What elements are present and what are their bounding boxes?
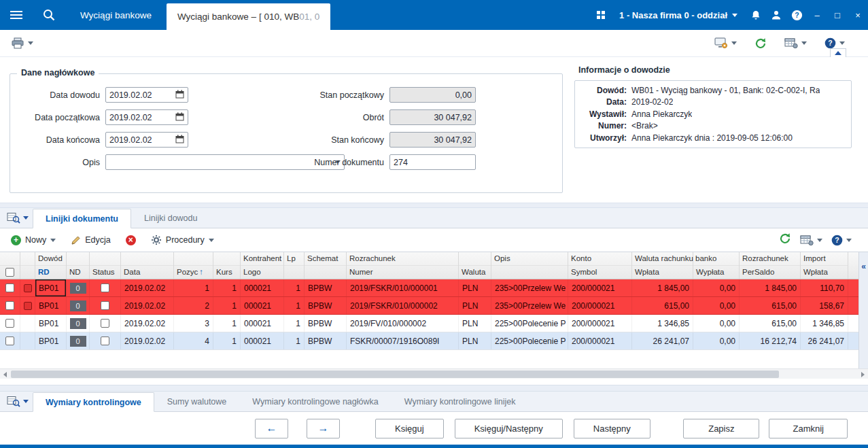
ksieguj-button[interactable]: Księguj	[375, 419, 444, 438]
grid-settings-button[interactable]	[800, 235, 822, 246]
grid-column-header[interactable]	[20, 252, 35, 279]
cell-symbol: 200/000021	[568, 279, 632, 296]
panel-splitter[interactable]	[0, 385, 868, 392]
tab-linijki-dokumentu[interactable]: Linijki dokumentu	[33, 209, 131, 228]
table-row[interactable]: BP0102019.02.02210000211BPBW2019/FSKR/01…	[0, 297, 868, 315]
grid-column-header[interactable]: Status	[90, 252, 121, 279]
cell-lp: 1	[284, 297, 305, 314]
tab-sumy-walutowe[interactable]: Sumy walutowe	[154, 392, 240, 411]
nowy-button[interactable]: + Nowy	[5, 232, 61, 248]
tab-wymiary-naglowka[interactable]: Wymiary kontrolingowe nagłówka	[239, 392, 391, 411]
minimize-button[interactable]: –	[807, 10, 827, 20]
row-checkbox[interactable]	[5, 283, 14, 292]
grid-column-header[interactable]: Lp	[284, 252, 305, 279]
bottom-filter-button[interactable]	[4, 396, 33, 407]
tab-linijki-dowodu[interactable]: Linijki dowodu	[131, 208, 211, 228]
cell-data: 2019.02.02	[121, 315, 174, 332]
cell-persaldo: 16 212,74	[740, 332, 801, 349]
status-checkbox[interactable]	[101, 337, 109, 345]
topbar-tab-active[interactable]: Wyciągi bankowe – [ 010, WB01, 0	[167, 3, 330, 30]
grid-column-header[interactable]: Opis	[491, 252, 568, 279]
topbar-help-button[interactable]: ?	[786, 10, 807, 21]
table-row[interactable]: BP0102019.02.02310000211BPBW2019/FV/010/…	[0, 315, 868, 332]
print-button[interactable]	[7, 35, 37, 52]
view-settings-button[interactable]	[710, 35, 741, 52]
grid-column-header[interactable]: ImportWpłata	[801, 252, 848, 279]
company-selector[interactable]: 1 - Nasza firma 0 - oddział	[611, 10, 746, 20]
collapse-header-button[interactable]	[830, 48, 846, 57]
info-row: Numer:<Brak>	[580, 120, 846, 133]
table-toolbar: + Nowy Edycja × Procedury ?	[0, 228, 868, 252]
scroll-right-button[interactable]	[858, 369, 868, 379]
grid-filter-button[interactable]	[4, 212, 33, 224]
apps-grid-button[interactable]	[591, 11, 611, 19]
status-checkbox[interactable]	[101, 301, 109, 310]
date-input[interactable]: 2019.02.02	[105, 132, 188, 148]
cell-persaldo: 615,00	[740, 297, 801, 314]
grid-column-header[interactable]: RozrachunekPerSaldo	[740, 252, 801, 279]
cell-waluta: PLN	[459, 297, 491, 314]
header-group-label	[121, 252, 173, 265]
user-button[interactable]	[766, 10, 786, 20]
svg-text:?: ?	[795, 11, 799, 19]
select-all-checkbox[interactable]	[5, 268, 14, 277]
cell-data: 2019.02.02	[121, 279, 174, 296]
row-checkbox[interactable]	[5, 337, 14, 345]
grid-column-header[interactable]: Data	[121, 252, 174, 279]
scrollbar-thumb[interactable]	[11, 371, 779, 378]
maximize-button[interactable]: □	[827, 10, 848, 20]
ksieguj-nastepny-button[interactable]: Księguj/Następny	[455, 419, 563, 438]
header-group-label	[67, 252, 89, 265]
grid-column-header[interactable]: Waluta rachunku bankoWpłata	[632, 252, 693, 279]
search-button[interactable]	[33, 0, 65, 30]
calendar-icon[interactable]	[175, 135, 184, 145]
status-checkbox[interactable]	[101, 319, 109, 328]
date-input[interactable]: 2019.02.02	[105, 87, 188, 103]
prev-button[interactable]: ←	[255, 419, 288, 438]
grid-column-header[interactable]: ND	[67, 252, 90, 279]
next-button[interactable]: →	[307, 419, 340, 438]
grid-help-button[interactable]: ?	[831, 235, 852, 246]
zamknij-button[interactable]: Zamknij	[769, 419, 848, 438]
grid-column-header[interactable]: DowódRD	[35, 252, 67, 279]
delete-button[interactable]: ×	[120, 232, 141, 248]
row-checkbox[interactable]	[5, 319, 14, 328]
header-group-label	[0, 252, 20, 265]
grid-column-header[interactable]: KontrahentLogo	[241, 252, 284, 279]
close-button[interactable]: ×	[848, 10, 868, 20]
tab-wymiary-kontrolingowe[interactable]: Wymiary kontrolingowe	[33, 392, 154, 412]
scroll-left-button[interactable]	[0, 369, 10, 379]
grid-column-header[interactable]: Kurs	[213, 252, 241, 279]
zapisz-button[interactable]: Zapisz	[683, 419, 759, 438]
header-group-label: Opis	[491, 252, 568, 265]
table-settings-button[interactable]	[780, 35, 811, 52]
calendar-icon[interactable]	[175, 112, 184, 123]
calendar-icon[interactable]	[175, 90, 184, 101]
procedury-button[interactable]: Procedury	[145, 232, 220, 248]
nastepny-button[interactable]: Następny	[574, 419, 650, 438]
hamburger-menu-button[interactable]	[0, 0, 33, 30]
grid-column-header[interactable]: Schemat	[305, 252, 347, 279]
date-input[interactable]: 2019.02.02	[105, 109, 188, 125]
grid-column-header[interactable]: RozrachunekNumer	[347, 252, 459, 279]
notifications-button[interactable]	[746, 10, 766, 21]
grid-column-header[interactable]: Wypłata	[693, 252, 740, 279]
tab-wymiary-linijek[interactable]: Wymiary kontrolingowe linijek	[392, 392, 529, 411]
row-checkbox[interactable]	[5, 301, 14, 310]
info-label: Wystawił:	[580, 109, 627, 119]
table-row[interactable]: BP0102019.02.02410000211BPBWFSKR/00007/1…	[0, 332, 868, 350]
grid-column-header[interactable]: Waluta	[459, 252, 491, 279]
status-checkbox[interactable]	[101, 283, 109, 292]
edycja-button[interactable]: Edycja	[65, 232, 116, 248]
grid-column-header[interactable]: KontoSymbol	[568, 252, 632, 279]
grid-refresh-button[interactable]	[779, 232, 791, 247]
collapse-panel-button[interactable]: «	[858, 252, 868, 368]
table-row[interactable]: BP0102019.02.02110000211BPBW2019/FSKR/01…	[0, 279, 868, 297]
cell-pozyc: 2	[174, 297, 213, 314]
topbar-tab-wyciagi[interactable]: Wyciągi bankowe	[65, 0, 167, 30]
grid-column-header[interactable]	[0, 252, 20, 279]
refresh-button[interactable]	[750, 35, 771, 52]
edycja-label: Edycja	[85, 235, 111, 245]
grid-column-header[interactable]: Pozyc↑	[174, 252, 213, 279]
numer-dokumentu-input[interactable]: 274	[389, 154, 476, 170]
